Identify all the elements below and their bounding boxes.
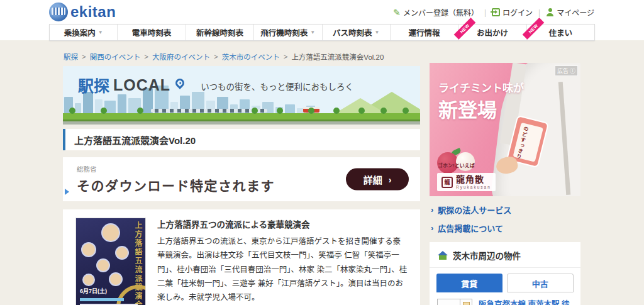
ad-banner[interactable]: 総務省 そのダウンロード特定されます 詳細 › [63, 157, 420, 201]
building [118, 94, 126, 113]
chevron-right-icon: › [431, 205, 433, 214]
breadcrumb: 駅探 > 関西のイベント > 大阪府のイベント > 茨木市のイベント > 上方落… [64, 52, 384, 62]
poster-decoration [80, 298, 124, 301]
nav-label: 住まい [549, 26, 573, 38]
ad-label[interactable]: 広告 ⓘ [555, 65, 578, 76]
ekitan-train-icon [49, 3, 68, 21]
nav-item-transit[interactable]: 乗換案内 ▼ [50, 25, 117, 40]
main-column: 駅探 LOCAL いつもの街を、もっと便利におもしろく 上方落語五流派競演会Vo… [63, 66, 420, 305]
brand-seal-icon: 龍 [441, 177, 453, 188]
nav-label: 飛行機時刻表 [260, 26, 308, 38]
tree-illustration [333, 108, 340, 114]
sidebar: 広告 ⓘ ライチミント味が 新登場 のどすっきり ゴホン!といえば 龍 龍角散 … [430, 63, 580, 305]
brand-roman: Ryukakusan [456, 185, 491, 189]
login-link[interactable]: ログイン [492, 7, 533, 18]
ad-copy-line2: 新登場 [438, 94, 497, 123]
performer-face [82, 274, 95, 286]
nav-item-train-timetable[interactable]: 電車時刻表 [117, 25, 185, 40]
tree-illustration [358, 108, 365, 114]
local-tagline: いつもの街を、もっと便利におもしろく [201, 77, 353, 92]
nav-item-sumai[interactable]: NEW 住まい [526, 25, 594, 40]
event-description: 上方落語界五つの流派と、東京から江戸落語ゲストを招き開催する豪華競演会。出演は桂… [157, 235, 408, 304]
nav-label: 乗換案内 [64, 26, 96, 38]
performer-face [96, 258, 110, 272]
performer-face [115, 246, 129, 260]
poster-date: 6月7日(土) [80, 287, 107, 295]
tree-illustration [252, 108, 258, 114]
mypage-link[interactable]: マイページ [546, 7, 594, 18]
menu-separator: | [484, 8, 486, 17]
ad-copy-line1: ライチミント味が [438, 79, 524, 95]
ad-label-text: 広告 [557, 67, 569, 75]
building [285, 104, 295, 113]
page-title: 上方落語五流派競演会Vol.20 [74, 133, 196, 147]
nav-item-bus-timetable[interactable]: バス時刻表 ▼ [322, 25, 390, 40]
brand-name-wrap: 龍角散 Ryukakusan [456, 175, 491, 189]
nav-item-flight-timetable[interactable]: 飛行機時刻表 ▼ [253, 25, 321, 40]
ad-advertiser: 総務省 [77, 164, 275, 174]
breadcrumb-separator: > [214, 53, 218, 60]
event-info: 上方落語界五つの流派による豪華競演会 上方落語界五つの流派と、東京から江戸落語ゲ… [157, 218, 408, 297]
member-register-label: メンバー登録（無料） [403, 7, 479, 18]
house-icon [438, 251, 448, 260]
floorplan-line [460, 299, 460, 305]
tab-rental[interactable]: 賃貸 [436, 274, 502, 292]
local-brand-suffix: LOCAL [113, 76, 170, 94]
mypage-label: マイページ [557, 7, 594, 18]
tree-illustration [308, 108, 314, 114]
nav-label: 電車時刻表 [132, 26, 172, 38]
breadcrumb-link[interactable]: 駅探 [64, 52, 78, 62]
tree-illustration [101, 108, 107, 114]
chevron-down-icon: ▼ [310, 30, 315, 35]
nav-item-odekake[interactable]: NEW お出かけ [458, 25, 526, 40]
local-banner-head: 駅探 LOCAL いつもの街を、もっと便利におもしろく [78, 74, 353, 96]
property-widget: 茨木市周辺の物件 賃貸 中古 洋室 阪急京都本線 南茨木駅 徒歩3分 8.3万円 [430, 242, 580, 305]
ekitan-logo-text: ekitan [70, 3, 116, 21]
corporate-service-label: 駅探の法人サービス [438, 204, 511, 216]
ekitan-logo[interactable]: ekitan [49, 3, 116, 21]
chevron-right-icon: › [389, 174, 392, 184]
adchoices-icon[interactable] [65, 189, 69, 195]
tab-used[interactable]: 中古 [507, 274, 574, 292]
nav-label: 運行情報 [409, 26, 440, 38]
building [75, 103, 81, 113]
ekitan-local-banner[interactable]: 駅探 LOCAL いつもの街を、もっと便利におもしろく [63, 66, 420, 125]
event-poster-image: 上方落語五流派競演会 6月7日(土) [75, 218, 146, 305]
chevron-down-icon: ▼ [374, 30, 379, 35]
nav-label: 新幹線時刻表 [196, 26, 243, 38]
tree-illustration [137, 108, 143, 114]
nav-label: お出かけ [477, 26, 508, 38]
menu-separator: | [538, 8, 540, 17]
ad-placement-label: 広告掲載について [438, 222, 503, 234]
performer-face [101, 223, 120, 242]
page-title-card: 上方落語五流派競演会Vol.20 [63, 129, 420, 150]
breadcrumb-current: 上方落語五流派競演会Vol.20 [291, 52, 384, 62]
login-icon [492, 8, 500, 16]
global-nav: 乗換案内 ▼ 電車時刻表 新幹線時刻表 飛行機時刻表 ▼ バス時刻表 ▼ 運行情… [49, 24, 595, 41]
property-title: 茨木市周辺の物件 [453, 249, 521, 262]
breadcrumb-link[interactable]: 大阪府のイベント [152, 52, 210, 62]
breadcrumb-separator: > [144, 53, 148, 60]
ad-detail-button[interactable]: 詳細 › [346, 169, 409, 191]
sidebar-ad[interactable]: 広告 ⓘ ライチミント味が 新登場 のどすっきり ゴホン!といえば 龍 龍角散 … [430, 63, 580, 196]
sidebar-links: › 駅探の法人サービス › 広告掲載について [430, 201, 580, 237]
ad-text: 総務省 そのダウンロード特定されます [77, 164, 275, 194]
person-icon [546, 8, 554, 16]
ground-base [63, 121, 420, 125]
property-listing[interactable]: 洋室 阪急京都本線 南茨木駅 徒歩3分 8.3万円 (管理費等：5,000円) [430, 292, 580, 305]
local-brand: 駅探 [78, 74, 109, 96]
breadcrumb-link[interactable]: 茨木市のイベント [222, 52, 280, 62]
ad-headline: そのダウンロード特定されます [77, 175, 275, 194]
nav-item-service-status[interactable]: 運行情報 [390, 25, 458, 40]
corporate-service-link[interactable]: › 駅探の法人サービス [430, 201, 580, 219]
floorplan-thumbnail: 洋室 [437, 299, 472, 305]
breadcrumb-separator: > [82, 53, 86, 60]
performer-face [109, 272, 123, 286]
nav-item-shinkansen-timetable[interactable]: 新幹線時刻表 [186, 25, 253, 40]
property-header: 茨木市周辺の物件 [430, 242, 580, 268]
member-register-link[interactable]: ✎ メンバー登録（無料） [393, 7, 479, 18]
ad-placement-link[interactable]: › 広告掲載について [430, 219, 580, 237]
breadcrumb-link[interactable]: 関西のイベント [90, 52, 141, 62]
listing-link[interactable]: 阪急京都本線 南茨木駅 徒歩3分 [479, 299, 573, 305]
breadcrumb-separator: > [284, 53, 288, 60]
